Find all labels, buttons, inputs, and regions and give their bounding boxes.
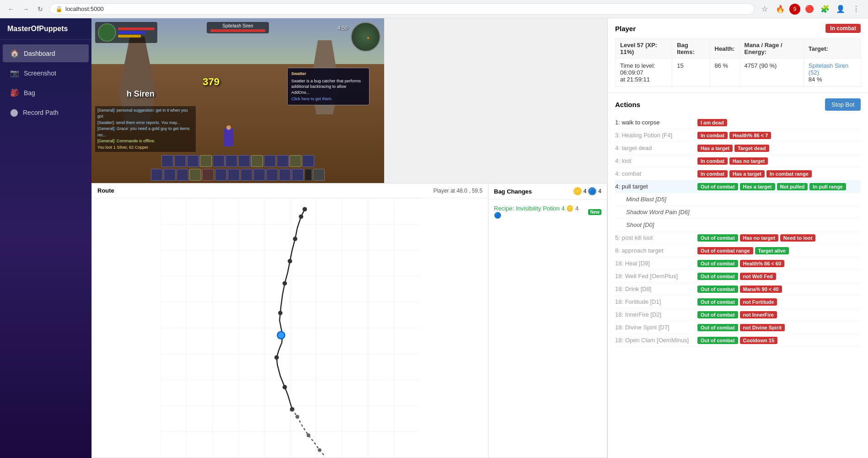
svg-point-4: [288, 259, 292, 264]
back-button[interactable]: ←: [5, 4, 16, 15]
extension-btn-2[interactable]: 9: [789, 4, 800, 15]
badge-i-am-dead: I am dead: [697, 119, 727, 126]
col-target: Target:: [804, 39, 860, 59]
badge-not-innerfire: not InnerFire: [740, 311, 777, 318]
action-row-divine-spirit: 18: Divine Spirit [D7]Out of combatnot D…: [615, 321, 861, 334]
action-row-shadow-word-pain: Shadow Word Pain [D6]: [615, 206, 861, 219]
col-bag: Bag Items:: [672, 39, 710, 59]
bag-gold-count: 4: [584, 188, 587, 194]
col-level: Level 57 (XP: 11%): [616, 39, 672, 59]
bag-item-name-text: Recipe: Invisibility Potion 4: [494, 205, 565, 212]
bag-changes-title: Bag Changes: [494, 188, 532, 195]
menu-button[interactable]: ⋮: [850, 3, 863, 16]
badge-has-no-target: Has no target: [740, 234, 778, 242]
badge-need-to-loot: Need to loot: [780, 234, 816, 242]
user-avatar[interactable]: 👤: [834, 3, 847, 16]
badge-not-well-fed: not Well Fed: [740, 273, 776, 280]
sidebar-item-bag-label: Bag: [24, 89, 35, 97]
action-row-pull-target: 4: pull targetOut of combatHas a targetN…: [615, 180, 861, 193]
bag-item-gold-icon: 🪙: [566, 205, 573, 212]
action-name-heal: 18: Heal [D9]: [615, 260, 697, 267]
browser-icon-group: ☆ 🔥 9 🔴 🧩 👤 ⋮: [758, 3, 863, 16]
bag-header: Bag Changes 🪙 4 🔵 4: [488, 183, 607, 199]
bag-item-count-val: 4: [575, 205, 579, 212]
svg-point-8: [274, 355, 279, 360]
sidebar-item-dashboard[interactable]: 🏠 Dashboard: [3, 44, 89, 62]
action-name-shoot: Shoot [D0]: [615, 221, 697, 228]
player-section: Player In combat Level 57 (XP: 11%) Bag …: [608, 18, 868, 93]
dashboard-icon: 🏠: [10, 49, 19, 58]
badge-in-combat-range: In combat range: [766, 170, 812, 178]
game-screenshot: Spitelash Siren 379 h Siren 4:50: [91, 18, 384, 183]
badge-has-no-target: Has no target: [729, 157, 768, 165]
action-name-target-dead: 4: target dead: [615, 145, 697, 151]
stop-bot-button[interactable]: Stop Bot: [825, 98, 861, 111]
badge-has-a-target: Has a target: [697, 145, 733, 152]
action-name-healing-potion: 3: Healing Potion [F4]: [615, 132, 697, 139]
action-name-pull-target: 4: pull target: [615, 183, 697, 190]
action-badges-loot: In combatHas no target: [697, 157, 768, 165]
action-name-mind-blast: Mind Blast [D5]: [615, 196, 697, 203]
badge-out-of-combat: Out of combat: [697, 298, 738, 306]
svg-point-11: [277, 332, 284, 339]
badge-not-divine-spirit: not Divine Spirit: [740, 324, 785, 331]
badge-out-of-combat: Out of combat: [697, 337, 738, 344]
action-row-open-clam: 18: Open Clam [OemMinus]Out of combatCoo…: [615, 334, 861, 347]
action-name-well-fed: 18: Well Fed [OemPlus]: [615, 273, 697, 280]
action-row-healing-potion: 3: Healing Potion [F4]In combatHealth% 8…: [615, 129, 861, 142]
action-row-well-fed: 18: Well Fed [OemPlus]Out of combatnot W…: [615, 270, 861, 283]
action-badges-innerfire: Out of combatnot InnerFire: [697, 311, 777, 318]
sidebar-item-record-path[interactable]: ⬤ Record Path: [3, 103, 89, 121]
action-badges-approach-target: Out of combat rangeTarget alive: [697, 247, 789, 254]
action-badges-target-dead: Has a targetTarget dead: [697, 145, 769, 152]
action-badges-healing-potion: In combatHealth% 86 < 7: [697, 132, 771, 139]
badge-out-of-combat-range: Out of combat range: [697, 247, 753, 254]
combat-status-badge: In combat: [825, 24, 861, 33]
action-badges-open-clam: Out of combatCooldown 15: [697, 337, 777, 344]
action-name-combat: 4: combat: [615, 170, 697, 177]
badge-cooldown-15: Cooldown 15: [740, 337, 777, 344]
action-badges-divine-spirit: Out of combatnot Divine Spirit: [697, 324, 785, 331]
action-row-innerfire: 18: InnerFire [D2]Out of combatnot Inner…: [615, 308, 861, 321]
bookmark-button[interactable]: ☆: [758, 3, 771, 16]
action-name-post-kill-loot: 5: post kill loot: [615, 234, 697, 241]
action-row-fortitude: 18: Fortitude [D1]Out of combatnot Forti…: [615, 296, 861, 308]
action-badges-post-kill-loot: Out of combatHas no targetNeed to loot: [697, 234, 815, 242]
actions-section: Actions Stop Bot 1: walk to corpseI am d…: [608, 93, 868, 458]
sidebar-item-record-path-label: Record Path: [23, 109, 59, 116]
bag-item-blue-icon: 🔵: [494, 212, 501, 219]
address-bar[interactable]: 🔒 localhost:5000: [49, 3, 755, 15]
extension-btn-1[interactable]: 🔥: [774, 3, 787, 16]
time-at: at 21:59:11: [620, 76, 667, 83]
bag-item-new-badge: New: [588, 209, 601, 215]
sidebar-item-bag[interactable]: 🎒 Bag: [3, 84, 89, 102]
action-badges-pull-target: Out of combatHas a targetNot pulledIn pu…: [697, 183, 846, 190]
action-badges-heal: Out of combatHealth% 86 < 60: [697, 260, 784, 267]
svg-point-3: [293, 237, 297, 241]
right-panel: Player In combat Level 57 (XP: 11%) Bag …: [607, 18, 868, 458]
route-grid: [92, 198, 488, 458]
action-row-drink: 18: Drink [D8]Out of combatMana% 90 < 40: [615, 283, 861, 296]
badge-out-of-combat: Out of combat: [697, 260, 738, 267]
action-name-drink: 18: Drink [D8]: [615, 286, 697, 292]
player-section-title: Player: [615, 25, 636, 32]
target-pct: 84 %: [809, 76, 822, 83]
forward-button[interactable]: →: [20, 4, 31, 15]
badge-in-combat: In combat: [697, 170, 728, 178]
badge-mana%-90-<-40: Mana% 90 < 40: [740, 286, 782, 293]
sidebar-item-screenshot[interactable]: 📷 Screenshot: [3, 64, 89, 82]
url-text: localhost:5000: [65, 5, 104, 12]
action-name-approach-target: 8: approach target: [615, 247, 697, 254]
screenshot-icon: 📷: [10, 69, 19, 77]
target-link[interactable]: Spitelash Siren (52): [809, 62, 848, 76]
action-row-approach-target: 8: approach targetOut of combat rangeTar…: [615, 244, 861, 257]
action-row-heal: 18: Heal [D9]Out of combatHealth% 86 < 6…: [615, 257, 861, 270]
badge-has-a-target: Has a target: [740, 183, 775, 190]
damage-number: 379: [203, 76, 220, 88]
action-row-shoot: Shoot [D0]: [615, 219, 861, 232]
extension-btn-3[interactable]: 🔴: [803, 3, 816, 16]
badge-not-fortitude: not Fortitude: [740, 298, 777, 306]
player-stats-table: Level 57 (XP: 11%) Bag Items: Health: Ma…: [615, 38, 861, 87]
reload-button[interactable]: ↻: [35, 4, 46, 15]
extension-btn-4[interactable]: 🧩: [819, 3, 831, 16]
